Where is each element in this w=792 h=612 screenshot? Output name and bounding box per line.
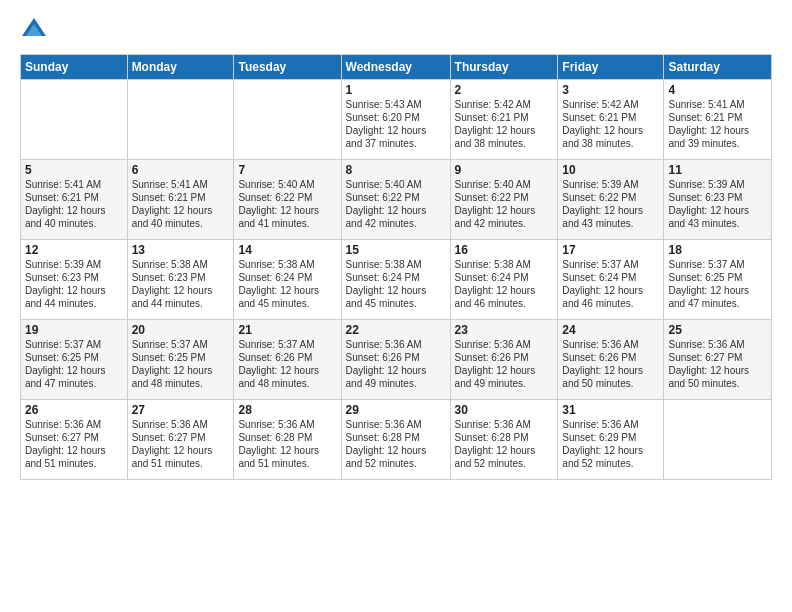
calendar-cell: 26Sunrise: 5:36 AMSunset: 6:27 PMDayligh… — [21, 400, 128, 480]
calendar-cell — [664, 400, 772, 480]
day-number: 15 — [346, 243, 446, 257]
cell-info: Sunrise: 5:42 AMSunset: 6:21 PMDaylight:… — [562, 98, 659, 150]
calendar-cell: 17Sunrise: 5:37 AMSunset: 6:24 PMDayligh… — [558, 240, 664, 320]
calendar-cell: 22Sunrise: 5:36 AMSunset: 6:26 PMDayligh… — [341, 320, 450, 400]
cell-info: Sunrise: 5:37 AMSunset: 6:24 PMDaylight:… — [562, 258, 659, 310]
day-header-thursday: Thursday — [450, 55, 558, 80]
day-number: 28 — [238, 403, 336, 417]
calendar-cell: 31Sunrise: 5:36 AMSunset: 6:29 PMDayligh… — [558, 400, 664, 480]
calendar-table: SundayMondayTuesdayWednesdayThursdayFrid… — [20, 54, 772, 480]
cell-info: Sunrise: 5:37 AMSunset: 6:25 PMDaylight:… — [668, 258, 767, 310]
cell-info: Sunrise: 5:40 AMSunset: 6:22 PMDaylight:… — [346, 178, 446, 230]
day-header-tuesday: Tuesday — [234, 55, 341, 80]
cell-info: Sunrise: 5:39 AMSunset: 6:23 PMDaylight:… — [668, 178, 767, 230]
day-number: 10 — [562, 163, 659, 177]
cell-info: Sunrise: 5:40 AMSunset: 6:22 PMDaylight:… — [238, 178, 336, 230]
header — [20, 16, 772, 44]
day-number: 7 — [238, 163, 336, 177]
cell-info: Sunrise: 5:36 AMSunset: 6:26 PMDaylight:… — [455, 338, 554, 390]
day-number: 31 — [562, 403, 659, 417]
calendar-cell: 5Sunrise: 5:41 AMSunset: 6:21 PMDaylight… — [21, 160, 128, 240]
day-number: 5 — [25, 163, 123, 177]
calendar-cell — [127, 80, 234, 160]
cell-info: Sunrise: 5:37 AMSunset: 6:25 PMDaylight:… — [25, 338, 123, 390]
cell-info: Sunrise: 5:36 AMSunset: 6:28 PMDaylight:… — [346, 418, 446, 470]
cell-info: Sunrise: 5:41 AMSunset: 6:21 PMDaylight:… — [132, 178, 230, 230]
logo-icon — [20, 16, 48, 44]
day-number: 23 — [455, 323, 554, 337]
day-number: 18 — [668, 243, 767, 257]
calendar-cell: 3Sunrise: 5:42 AMSunset: 6:21 PMDaylight… — [558, 80, 664, 160]
cell-info: Sunrise: 5:36 AMSunset: 6:28 PMDaylight:… — [238, 418, 336, 470]
calendar-cell: 25Sunrise: 5:36 AMSunset: 6:27 PMDayligh… — [664, 320, 772, 400]
day-number: 9 — [455, 163, 554, 177]
cell-info: Sunrise: 5:39 AMSunset: 6:22 PMDaylight:… — [562, 178, 659, 230]
week-row-3: 12Sunrise: 5:39 AMSunset: 6:23 PMDayligh… — [21, 240, 772, 320]
cell-info: Sunrise: 5:38 AMSunset: 6:23 PMDaylight:… — [132, 258, 230, 310]
cell-info: Sunrise: 5:43 AMSunset: 6:20 PMDaylight:… — [346, 98, 446, 150]
week-row-2: 5Sunrise: 5:41 AMSunset: 6:21 PMDaylight… — [21, 160, 772, 240]
calendar-cell: 7Sunrise: 5:40 AMSunset: 6:22 PMDaylight… — [234, 160, 341, 240]
calendar-cell: 23Sunrise: 5:36 AMSunset: 6:26 PMDayligh… — [450, 320, 558, 400]
day-number: 20 — [132, 323, 230, 337]
calendar-cell: 13Sunrise: 5:38 AMSunset: 6:23 PMDayligh… — [127, 240, 234, 320]
cell-info: Sunrise: 5:36 AMSunset: 6:26 PMDaylight:… — [562, 338, 659, 390]
day-number: 26 — [25, 403, 123, 417]
cell-info: Sunrise: 5:38 AMSunset: 6:24 PMDaylight:… — [455, 258, 554, 310]
day-number: 16 — [455, 243, 554, 257]
day-number: 12 — [25, 243, 123, 257]
cell-info: Sunrise: 5:36 AMSunset: 6:28 PMDaylight:… — [455, 418, 554, 470]
day-number: 14 — [238, 243, 336, 257]
cell-info: Sunrise: 5:36 AMSunset: 6:27 PMDaylight:… — [25, 418, 123, 470]
calendar-cell: 11Sunrise: 5:39 AMSunset: 6:23 PMDayligh… — [664, 160, 772, 240]
cell-info: Sunrise: 5:41 AMSunset: 6:21 PMDaylight:… — [668, 98, 767, 150]
calendar-cell: 30Sunrise: 5:36 AMSunset: 6:28 PMDayligh… — [450, 400, 558, 480]
calendar-cell: 10Sunrise: 5:39 AMSunset: 6:22 PMDayligh… — [558, 160, 664, 240]
calendar-cell: 15Sunrise: 5:38 AMSunset: 6:24 PMDayligh… — [341, 240, 450, 320]
cell-info: Sunrise: 5:37 AMSunset: 6:25 PMDaylight:… — [132, 338, 230, 390]
day-number: 21 — [238, 323, 336, 337]
calendar-cell: 27Sunrise: 5:36 AMSunset: 6:27 PMDayligh… — [127, 400, 234, 480]
cell-info: Sunrise: 5:40 AMSunset: 6:22 PMDaylight:… — [455, 178, 554, 230]
calendar-cell: 16Sunrise: 5:38 AMSunset: 6:24 PMDayligh… — [450, 240, 558, 320]
calendar-body: 1Sunrise: 5:43 AMSunset: 6:20 PMDaylight… — [21, 80, 772, 480]
day-header-saturday: Saturday — [664, 55, 772, 80]
day-number: 17 — [562, 243, 659, 257]
day-number: 6 — [132, 163, 230, 177]
calendar-cell: 21Sunrise: 5:37 AMSunset: 6:26 PMDayligh… — [234, 320, 341, 400]
cell-info: Sunrise: 5:38 AMSunset: 6:24 PMDaylight:… — [238, 258, 336, 310]
day-number: 3 — [562, 83, 659, 97]
calendar-page: SundayMondayTuesdayWednesdayThursdayFrid… — [0, 0, 792, 612]
calendar-cell: 14Sunrise: 5:38 AMSunset: 6:24 PMDayligh… — [234, 240, 341, 320]
day-header-friday: Friday — [558, 55, 664, 80]
day-number: 4 — [668, 83, 767, 97]
calendar-cell: 18Sunrise: 5:37 AMSunset: 6:25 PMDayligh… — [664, 240, 772, 320]
day-number: 29 — [346, 403, 446, 417]
calendar-cell: 4Sunrise: 5:41 AMSunset: 6:21 PMDaylight… — [664, 80, 772, 160]
day-header-sunday: Sunday — [21, 55, 128, 80]
cell-info: Sunrise: 5:36 AMSunset: 6:26 PMDaylight:… — [346, 338, 446, 390]
cell-info: Sunrise: 5:41 AMSunset: 6:21 PMDaylight:… — [25, 178, 123, 230]
cell-info: Sunrise: 5:36 AMSunset: 6:29 PMDaylight:… — [562, 418, 659, 470]
calendar-header: SundayMondayTuesdayWednesdayThursdayFrid… — [21, 55, 772, 80]
calendar-cell: 2Sunrise: 5:42 AMSunset: 6:21 PMDaylight… — [450, 80, 558, 160]
cell-info: Sunrise: 5:39 AMSunset: 6:23 PMDaylight:… — [25, 258, 123, 310]
day-number: 19 — [25, 323, 123, 337]
day-number: 13 — [132, 243, 230, 257]
cell-info: Sunrise: 5:42 AMSunset: 6:21 PMDaylight:… — [455, 98, 554, 150]
day-number: 8 — [346, 163, 446, 177]
calendar-cell: 12Sunrise: 5:39 AMSunset: 6:23 PMDayligh… — [21, 240, 128, 320]
cell-info: Sunrise: 5:37 AMSunset: 6:26 PMDaylight:… — [238, 338, 336, 390]
calendar-cell: 1Sunrise: 5:43 AMSunset: 6:20 PMDaylight… — [341, 80, 450, 160]
calendar-cell: 20Sunrise: 5:37 AMSunset: 6:25 PMDayligh… — [127, 320, 234, 400]
header-row: SundayMondayTuesdayWednesdayThursdayFrid… — [21, 55, 772, 80]
calendar-cell: 29Sunrise: 5:36 AMSunset: 6:28 PMDayligh… — [341, 400, 450, 480]
day-number: 11 — [668, 163, 767, 177]
calendar-cell: 8Sunrise: 5:40 AMSunset: 6:22 PMDaylight… — [341, 160, 450, 240]
day-number: 24 — [562, 323, 659, 337]
day-number: 22 — [346, 323, 446, 337]
day-number: 27 — [132, 403, 230, 417]
day-number: 30 — [455, 403, 554, 417]
calendar-cell — [234, 80, 341, 160]
cell-info: Sunrise: 5:38 AMSunset: 6:24 PMDaylight:… — [346, 258, 446, 310]
